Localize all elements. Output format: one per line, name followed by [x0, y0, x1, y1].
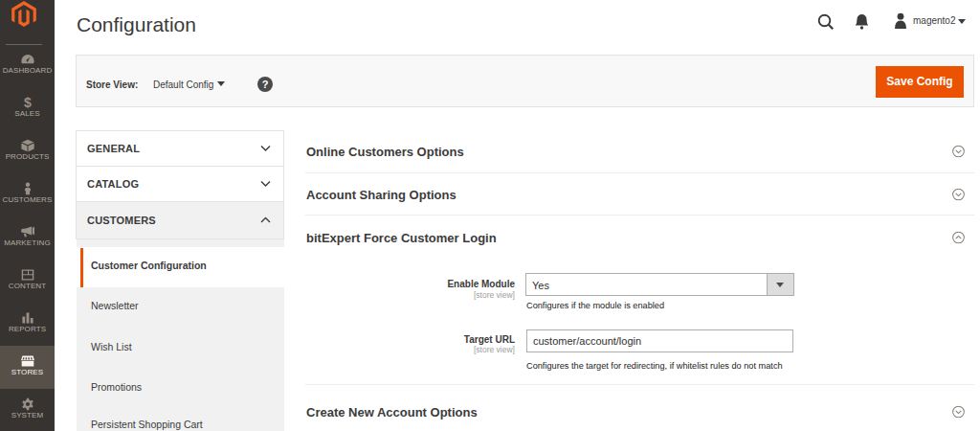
svg-text:$: $ — [24, 96, 32, 109]
